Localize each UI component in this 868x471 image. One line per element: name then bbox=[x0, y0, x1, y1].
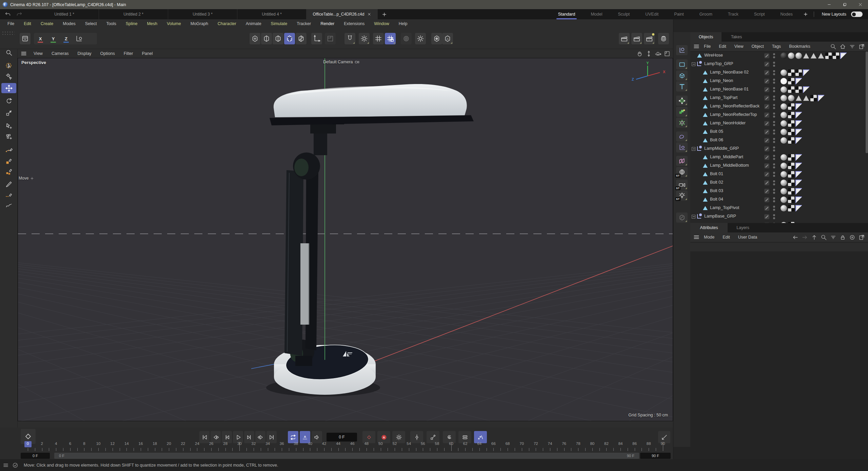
tab-objects[interactable]: Objects bbox=[690, 32, 722, 42]
workplane-mode-button[interactable] bbox=[325, 33, 336, 44]
focus-target-icon[interactable] bbox=[849, 234, 855, 241]
phong-tag-icon[interactable] bbox=[818, 53, 824, 59]
material-tag-icon[interactable] bbox=[795, 53, 802, 59]
uvw-tag-icon[interactable] bbox=[788, 205, 794, 211]
modeling-settings-button[interactable] bbox=[415, 33, 426, 44]
ruler-frame-number[interactable]: 76 bbox=[562, 442, 566, 446]
toggle-panel-icon[interactable] bbox=[664, 50, 670, 57]
visibility-dots-icon[interactable] bbox=[773, 112, 775, 115]
ruler-frame-number[interactable]: 32 bbox=[252, 442, 256, 446]
minimize-button[interactable] bbox=[821, 0, 837, 9]
menu-volume[interactable]: Volume bbox=[162, 21, 186, 26]
menu-file[interactable]: File bbox=[3, 21, 19, 26]
display-tag-icon[interactable] bbox=[795, 78, 802, 84]
material-tag-icon[interactable] bbox=[781, 129, 787, 135]
ruler-frame-number[interactable]: 56 bbox=[421, 442, 425, 446]
ruler-frame-number[interactable]: 54 bbox=[407, 442, 411, 446]
viewport-menu-view[interactable]: View bbox=[29, 51, 47, 56]
render-view-cabinet-button[interactable] bbox=[20, 33, 31, 44]
ruler-frame-number[interactable]: 64 bbox=[477, 442, 481, 446]
object-name[interactable]: Bolt 04 bbox=[710, 197, 723, 202]
phong-tag-icon[interactable] bbox=[803, 95, 809, 101]
ruler-frame-number[interactable]: 86 bbox=[632, 442, 637, 446]
brush-tool-button[interactable] bbox=[1, 179, 16, 189]
display-tag-icon[interactable] bbox=[795, 205, 802, 211]
material-tag-icon[interactable] bbox=[781, 171, 787, 178]
redo-button[interactable] bbox=[14, 10, 24, 18]
object-name[interactable]: LampBase_GRP bbox=[704, 214, 736, 219]
collapse-expander[interactable] bbox=[692, 62, 695, 66]
add-layout-button[interactable] bbox=[801, 12, 811, 17]
menu-character[interactable]: Character bbox=[213, 21, 241, 26]
menu-select[interactable]: Select bbox=[80, 21, 102, 26]
ruler-frame-number[interactable]: 16 bbox=[139, 442, 143, 446]
object-name[interactable]: Lamp_NeonHolder bbox=[710, 121, 746, 125]
viewport-name-label[interactable]: Perspective bbox=[21, 60, 46, 65]
ruler-frame-number[interactable]: 6 bbox=[69, 442, 71, 446]
ruler-frame-number[interactable]: 58 bbox=[435, 442, 439, 446]
visibility-dots-icon[interactable] bbox=[773, 155, 775, 157]
menu-tracker[interactable]: Tracker bbox=[292, 21, 316, 26]
move-tool-button[interactable] bbox=[1, 83, 16, 93]
light-object-button[interactable]: ST bbox=[676, 190, 688, 201]
ruler-frame-number[interactable]: 48 bbox=[364, 442, 369, 446]
ruler-frame-number[interactable]: 66 bbox=[491, 442, 496, 446]
viewport-menu-panel[interactable]: Panel bbox=[137, 51, 157, 56]
points-mode-button[interactable] bbox=[250, 33, 260, 44]
display-tag-icon[interactable] bbox=[840, 53, 847, 59]
material-tag-icon[interactable] bbox=[781, 188, 787, 194]
uvw-tag-icon[interactable] bbox=[788, 69, 794, 76]
new-layouts-toggle[interactable] bbox=[851, 12, 863, 17]
document-tab-active[interactable]: OfficeTable...p_C4DR26.c4d bbox=[307, 9, 378, 19]
layer-toggle-icon[interactable] bbox=[764, 189, 769, 194]
menu-tools[interactable]: Tools bbox=[102, 21, 121, 26]
material-tag-icon[interactable] bbox=[788, 95, 794, 101]
phong-tag-icon[interactable] bbox=[803, 53, 809, 59]
layer-toggle-icon[interactable] bbox=[764, 206, 769, 211]
attribute-menu-mode[interactable]: Mode bbox=[700, 235, 718, 240]
uvw-tag-icon[interactable] bbox=[788, 103, 794, 110]
menu-help[interactable]: Help bbox=[394, 21, 412, 26]
material-tag-icon[interactable] bbox=[781, 78, 787, 84]
material-tag-icon[interactable] bbox=[781, 95, 787, 101]
material-node-button[interactable] bbox=[676, 212, 688, 223]
visibility-dots-icon[interactable] bbox=[773, 180, 775, 182]
visibility-dots-icon[interactable] bbox=[773, 138, 775, 140]
range-slider[interactable]: 0 F 90 F bbox=[54, 453, 639, 459]
uvw-tag-icon[interactable] bbox=[833, 53, 839, 59]
line-cut-tool-button[interactable] bbox=[1, 189, 16, 200]
rotate-tool-button[interactable] bbox=[1, 96, 16, 106]
material-tag-icon[interactable] bbox=[781, 86, 787, 93]
object-tree-row[interactable]: Lamp_TopPivot bbox=[690, 204, 868, 212]
display-tag-icon[interactable] bbox=[795, 188, 802, 194]
coordinate-system-button[interactable] bbox=[73, 33, 85, 44]
attribute-filter-icon[interactable] bbox=[830, 234, 836, 241]
ruler-frame-number[interactable]: 46 bbox=[350, 442, 355, 446]
ruler-frame-number[interactable]: 74 bbox=[548, 442, 552, 446]
home-icon[interactable] bbox=[840, 43, 846, 50]
layer-toggle-icon[interactable] bbox=[764, 70, 769, 75]
object-menu-bookmarks[interactable]: Bookmarks bbox=[785, 44, 814, 49]
display-tag-icon[interactable] bbox=[803, 86, 809, 93]
menu-window[interactable]: Window bbox=[369, 21, 394, 26]
ruler-frame-number[interactable]: 52 bbox=[393, 442, 397, 446]
close-tab-icon[interactable] bbox=[367, 12, 371, 16]
ruler-frame-number[interactable]: 38 bbox=[294, 442, 298, 446]
lamp-model[interactable] bbox=[266, 58, 474, 396]
material-tag-icon[interactable] bbox=[781, 103, 787, 110]
display-tag-icon[interactable] bbox=[818, 95, 824, 101]
volume-builder-button[interactable] bbox=[676, 107, 688, 117]
spline-primitive-button[interactable] bbox=[676, 59, 688, 69]
object-tree-row[interactable]: Lamp_NeonReflecterTop bbox=[690, 111, 868, 119]
layout-tab-script[interactable]: Script bbox=[746, 9, 773, 19]
attribute-menu-edit[interactable]: Edit bbox=[718, 235, 734, 240]
ruler-frame-number[interactable]: 42 bbox=[322, 442, 327, 446]
parent-object-icon[interactable] bbox=[811, 234, 817, 241]
object-tree-row[interactable]: LampMiddle_GRP bbox=[690, 145, 868, 153]
object-tree-row[interactable]: Bolt 02 bbox=[690, 179, 868, 187]
object-name[interactable]: Bolt 02 bbox=[710, 180, 723, 185]
layer-toggle-icon[interactable] bbox=[764, 104, 769, 109]
display-tag-icon[interactable] bbox=[795, 129, 802, 135]
go-to-next-key-button[interactable] bbox=[255, 431, 265, 443]
layer-toggle-icon[interactable] bbox=[764, 163, 769, 168]
